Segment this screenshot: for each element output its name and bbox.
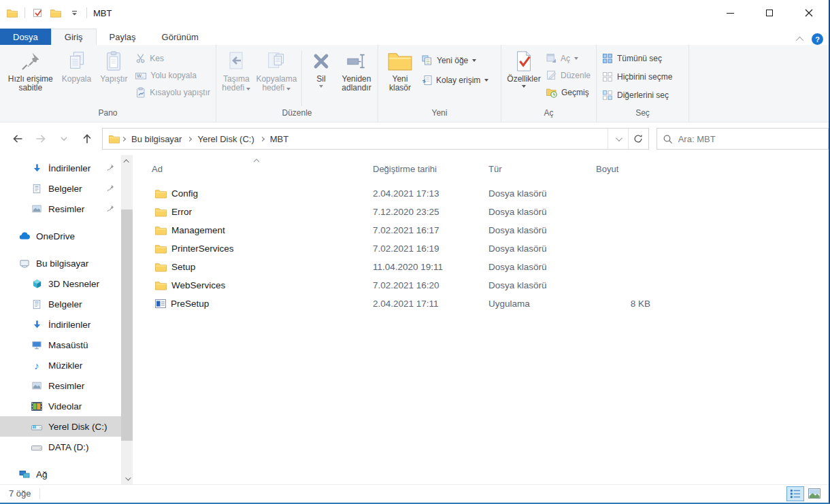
column-header-date[interactable]: Değiştirme tarihi (367, 158, 483, 179)
open-button[interactable]: Aç (544, 51, 593, 65)
paste-button[interactable]: Yapıştır (95, 48, 133, 85)
pin-to-quick-access-button[interactable]: Hızlı erişime sabitle (3, 48, 59, 94)
button-label: Tümünü seç (617, 54, 662, 63)
close-button[interactable] (789, 0, 829, 26)
edit-button[interactable]: Düzenle (544, 68, 593, 82)
window-title: MBT (93, 8, 112, 18)
pin-icon (107, 184, 114, 192)
breadcrumb-this-pc[interactable]: Bu bilgisayar (127, 134, 186, 144)
sidebar-item-documents-pinned[interactable]: Belgeler (0, 178, 121, 199)
refresh-icon (633, 133, 644, 144)
address-bar[interactable]: Bu bilgisayar Yerel Disk (C:) MBT (102, 128, 649, 150)
button-label: Kopyala (62, 75, 91, 84)
sidebar-item-network[interactable]: Ağ (0, 464, 121, 484)
dropdown-caret-icon (319, 85, 323, 88)
sidebar-item-downloads-pinned[interactable]: İndirilenler (0, 158, 121, 178)
history-button[interactable]: Geçmiş (544, 85, 593, 99)
tab-home[interactable]: Giriş (51, 29, 97, 45)
sidebar-scrollbar[interactable] (121, 155, 133, 484)
sidebar-item-pictures-pinned[interactable]: Resimler (0, 199, 121, 219)
large-icons-view-button[interactable] (806, 486, 823, 501)
scroll-down-icon[interactable] (121, 473, 133, 484)
sidebar-item-pictures[interactable]: Resimler (0, 375, 121, 396)
sidebar-item-3d-objects[interactable]: 3D Nesneler (0, 273, 121, 294)
window-folder-icon (6, 7, 18, 19)
refresh-button[interactable] (628, 129, 648, 149)
new-folder-button[interactable]: Yeni klasör (381, 48, 419, 94)
invert-selection-button[interactable]: Diğerlerini seç (599, 88, 675, 102)
copy-to-button[interactable]: Kopyalama hedefi (254, 48, 299, 94)
help-icon[interactable]: ? (812, 33, 823, 45)
recent-locations-button[interactable] (56, 131, 72, 147)
quick-access-toolbar (0, 7, 87, 19)
sidebar-item-onedrive[interactable]: OneDrive (0, 226, 121, 246)
copy-path-button[interactable]: W.. Yolu kopyala (133, 68, 213, 82)
tab-file[interactable]: Dosya (0, 29, 51, 45)
sort-ascending-icon[interactable] (253, 158, 260, 163)
column-header-name[interactable]: Ad (136, 158, 367, 179)
minimize-icon (727, 13, 734, 14)
address-dropdown-button[interactable] (608, 129, 628, 149)
sidebar-item-desktop[interactable]: Masaüstü (0, 335, 121, 355)
tab-share[interactable]: Paylaş (97, 29, 149, 45)
paste-shortcut-button[interactable]: Kısayolu yapıştır (133, 85, 213, 99)
minimize-button[interactable] (710, 0, 750, 26)
file-row-printerservices[interactable]: PrinterServices 7.02.2021 16:19 Dosya kl… (136, 239, 829, 258)
sidebar-item-label: Masaüstü (48, 340, 88, 350)
file-name: Config (171, 188, 198, 199)
file-date: 7.02.2021 16:19 (367, 243, 483, 254)
column-header-size[interactable]: Boyut (591, 158, 660, 179)
button-label: Hızlı erişime sabitle (5, 75, 56, 93)
sidebar-item-downloads[interactable]: İndirilenler (0, 314, 121, 335)
file-type: Dosya klasörü (483, 243, 591, 254)
file-row-setup[interactable]: Setup 11.04.2020 19:11 Dosya klasörü (136, 258, 829, 276)
sidebar-item-this-pc[interactable]: Bu bilgisayar (0, 253, 121, 273)
customize-qat-chevron-icon[interactable] (68, 7, 80, 19)
scrollbar-thumb[interactable] (121, 209, 133, 441)
sidebar-item-data-d[interactable]: DATA (D:) (0, 437, 121, 457)
breadcrumb-current-folder[interactable]: MBT (266, 134, 293, 144)
forward-button[interactable] (33, 131, 49, 147)
file-row-presetup[interactable]: PreSetup 2.04.2021 17:11 Uygulama 8 KB (136, 295, 829, 313)
up-button[interactable] (79, 131, 95, 147)
copy-button[interactable]: Kopyala (59, 48, 95, 85)
sidebar-item-music[interactable]: ♪ Müzikler (0, 355, 121, 375)
sidebar-item-local-disk-c[interactable]: Yerel Disk (C:) (0, 416, 121, 437)
breadcrumb-chevron-icon (121, 136, 126, 141)
file-row-config[interactable]: Config 2.04.2021 17:13 Dosya klasörü (136, 184, 829, 203)
easy-access-button[interactable]: Kolay erişim (419, 73, 491, 87)
move-to-button[interactable]: Taşıma hedefi (219, 48, 254, 94)
tab-view[interactable]: Görünüm (149, 29, 212, 45)
file-row-management[interactable]: Management 7.02.2021 16:17 Dosya klasörü (136, 221, 829, 239)
maximize-button[interactable] (750, 0, 789, 26)
select-none-button[interactable]: Hiçbirini seçme (599, 69, 675, 84)
file-row-webservices[interactable]: WebServices 7.02.2021 16:20 Dosya klasör… (136, 276, 829, 295)
status-bar: 7 öğe (0, 484, 829, 502)
back-button[interactable] (10, 131, 26, 147)
file-list-header: Ad Değiştirme tarihi Tür Boyut (136, 158, 829, 179)
search-box[interactable] (657, 128, 829, 150)
music-note-icon: ♪ (31, 360, 42, 371)
scroll-up-icon[interactable] (121, 155, 133, 167)
sidebar-item-videos[interactable]: Videolar (0, 396, 121, 416)
picture-icon (31, 203, 42, 214)
file-name: WebServices (171, 280, 225, 290)
new-folder-qat-icon[interactable] (50, 7, 62, 19)
search-input[interactable] (678, 134, 814, 144)
column-header-type[interactable]: Tür (483, 158, 591, 179)
rename-button[interactable]: Yeniden adlandır (338, 48, 375, 94)
details-view-button[interactable] (786, 486, 804, 501)
collapse-ribbon-icon[interactable] (796, 36, 803, 44)
breadcrumb-local-disk[interactable]: Yerel Disk (C:) (193, 134, 258, 144)
properties-button[interactable]: Özellikler (504, 48, 544, 89)
delete-button[interactable]: Sil (304, 48, 338, 89)
file-row-error[interactable]: Error 7.12.2020 23:25 Dosya klasörü (136, 203, 829, 221)
cut-button[interactable]: Kes (133, 51, 213, 65)
cut-icon (135, 53, 146, 63)
folder-icon (155, 281, 167, 290)
new-item-button[interactable]: Yeni öğe (419, 53, 491, 67)
sidebar-item-documents[interactable]: Belgeler (0, 294, 121, 314)
folder-icon (155, 263, 167, 272)
properties-qat-icon[interactable] (31, 7, 44, 19)
select-all-button[interactable]: Tümünü seç (599, 51, 675, 65)
